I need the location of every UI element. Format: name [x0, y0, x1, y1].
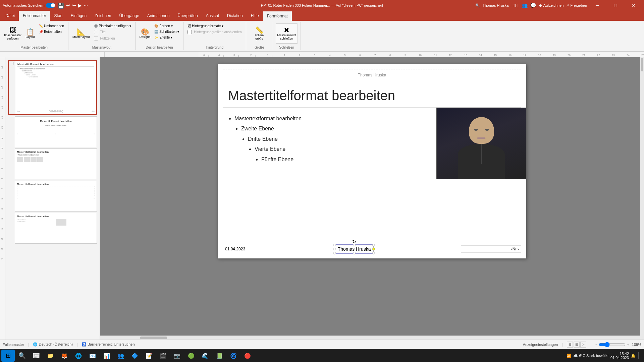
fusszeilen-checkbox[interactable] — [94, 36, 98, 41]
taskbar-powerpoint[interactable]: 📊 — [100, 350, 113, 362]
hscroll-thumb[interactable] — [140, 337, 167, 339]
zoom-minus[interactable]: − — [595, 343, 597, 347]
tab-uebergaenge[interactable]: Übergänge — [115, 11, 143, 21]
titel-checkbox[interactable] — [94, 30, 98, 34]
btn-masterlayout[interactable]: 📐 Masterlayout — [71, 23, 91, 44]
taskbar-app7[interactable]: 📝 — [142, 350, 156, 362]
taskbar-widgets[interactable]: 📰 — [30, 350, 43, 362]
zoom-range[interactable] — [599, 342, 626, 347]
present-icon[interactable]: ▶ — [78, 3, 82, 8]
comments-icon[interactable]: 💬 — [530, 3, 536, 8]
taskbar-app10[interactable]: 🟢 — [184, 350, 198, 362]
taskbar-app6[interactable]: 🔷 — [128, 350, 142, 362]
btn-masteransicht-schliessen[interactable]: ✖ Masteransichtschließen — [276, 23, 298, 44]
zoom-slider[interactable]: − + 109% — [595, 342, 641, 347]
btn-fusszeilen[interactable]: Fußzeilen — [93, 36, 132, 41]
handle-br[interactable] — [372, 252, 375, 254]
taskbar-excel[interactable]: 📗 — [213, 350, 226, 362]
vscrollbar[interactable] — [640, 57, 644, 340]
btn-effekte[interactable]: ✨ Effekte ▾ — [153, 35, 180, 40]
hscrollbar[interactable] — [100, 336, 640, 340]
handle-tm[interactable] — [353, 244, 356, 246]
autosave-switch[interactable] — [46, 3, 55, 8]
btn-designs[interactable]: 🎨 Designs — [138, 23, 152, 44]
tab-animationen[interactable]: Animationen — [143, 11, 174, 21]
handle-bl[interactable] — [333, 252, 336, 254]
status-accessibility[interactable]: ♿ Barrierefreiheit: Untersuchen — [82, 342, 135, 347]
tab-formformat[interactable]: Formformat — [263, 11, 292, 21]
taskbar-edge[interactable]: 🌊 — [199, 350, 212, 362]
slide-thumb-5[interactable]: Mastertitelformat bearbeiten • Zweite Eb… — [15, 213, 97, 244]
autosave-toggle[interactable]: Automatisches Speichern — [3, 3, 55, 8]
handle-bm[interactable] — [353, 252, 356, 254]
vscroll-thumb[interactable] — [641, 58, 643, 71]
btn-hintergrundformate[interactable]: 🖼 Hintergrundformate ▾ — [186, 23, 243, 28]
btn-foliengroesse[interactable]: 📏 Folien-größe — [253, 23, 265, 44]
slide-thumb-1[interactable]: 1 Mastertitelformat bearbeiten • Mastert… — [8, 60, 97, 115]
zoom-plus[interactable]: + — [627, 343, 629, 347]
btn-layout[interactable]: 📋 Layout — [24, 23, 36, 44]
taskbar-clock[interactable]: 15:42 01.04.2023 — [610, 352, 629, 360]
view-reading-btn[interactable]: ▷ — [580, 342, 586, 348]
slide-thumb-4[interactable]: Mastertitelformat bearbeiten □□ — [15, 181, 97, 212]
share-icon[interactable]: 👥 — [522, 3, 528, 8]
tab-dictation[interactable]: Dictation — [223, 11, 247, 21]
taskbar-app14[interactable]: 🔴 — [241, 350, 254, 362]
user-avatar[interactable]: TH — [511, 1, 519, 9]
hintergrundgrafiken-checkbox[interactable] — [187, 30, 192, 34]
slide-thumb-3[interactable]: Mastertitelformat bearbeiten • Mastertit… — [15, 148, 97, 179]
tab-folienmaster[interactable]: Folienmaster — [19, 11, 50, 21]
start-button[interactable]: ⊞ — [1, 350, 15, 362]
taskbar-explorer[interactable]: 📁 — [44, 350, 57, 362]
tab-einfuegen[interactable]: Einfügen — [67, 11, 91, 21]
taskbar-notifications[interactable]: 🔔 — [631, 354, 636, 358]
btn-schriftarten[interactable]: 🔤 Schriftarten ▾ — [153, 29, 180, 34]
slide-thumb-2[interactable]: Mastertitelformat bearbeiten Mastertitel… — [15, 116, 97, 147]
taskbar-show-desktop[interactable] — [638, 352, 640, 359]
tab-zeichnen[interactable]: Zeichnen — [91, 11, 115, 21]
btn-titel[interactable]: Titel — [93, 29, 132, 35]
handle-ml[interactable] — [333, 248, 336, 250]
status-language[interactable]: 🌐 Deutsch (Österreich) — [33, 342, 73, 347]
slide-header-box[interactable]: Thomas Hruska — [223, 69, 521, 81]
undo-icon[interactable]: ↩ — [66, 3, 70, 8]
taskbar-network[interactable]: 📶 — [567, 354, 571, 358]
taskbar-teams[interactable]: 👥 — [114, 350, 127, 362]
taskbar-chrome[interactable]: 🌐 — [72, 350, 85, 362]
tab-start[interactable]: Start — [50, 11, 66, 21]
record-btn[interactable]: ⏺ Aufzeichnen — [539, 3, 564, 7]
zoom-value[interactable]: 109% — [632, 343, 641, 347]
btn-folienmaster-einfuegen[interactable]: 🖼 Folienmastereinfügen — [3, 23, 23, 44]
taskbar-firefox[interactable]: 🦊 — [58, 350, 71, 362]
save-icon[interactable]: 💾 — [57, 2, 64, 9]
view-grid-btn[interactable]: ⊟ — [574, 342, 580, 348]
taskbar-app9[interactable]: 📷 — [170, 350, 184, 362]
btn-platzhalter[interactable]: ➕ Platzhalter einfügen ▾ — [93, 23, 132, 28]
btn-hintergrundgrafiken[interactable]: Hintergrundgrafiken ausblenden — [186, 29, 243, 35]
footer-number[interactable]: ‹Nr.› — [461, 245, 521, 253]
handle-tl[interactable] — [333, 244, 336, 246]
close-button[interactable]: ✕ — [626, 0, 641, 11]
display-settings[interactable]: Anzeigeeinstellungen — [523, 343, 558, 347]
btn-farben[interactable]: 🎨 Farben ▾ — [153, 23, 180, 28]
taskbar-app8[interactable]: 🎬 — [156, 350, 170, 362]
tab-hilfe[interactable]: Hilfe — [247, 11, 263, 21]
btn-beibehalten[interactable]: 📌 Beibehalten — [38, 29, 65, 34]
tab-ansicht[interactable]: Ansicht — [202, 11, 223, 21]
status-view[interactable]: Folienmaster — [3, 343, 24, 347]
handle-tr[interactable] — [372, 244, 375, 246]
more-icon[interactable]: ⋯ — [84, 3, 88, 8]
tab-ueberpruefen[interactable]: Überprüfen — [174, 11, 202, 21]
share-btn[interactable]: ↗ Freigeben — [566, 3, 587, 8]
redo-icon[interactable]: ↪ — [72, 3, 76, 8]
view-normal-btn[interactable]: ⊞ — [567, 342, 573, 348]
tab-datei[interactable]: Datei — [1, 11, 19, 21]
taskbar-app13[interactable]: 🌀 — [227, 350, 240, 362]
minimize-button[interactable]: ─ — [590, 0, 605, 11]
btn-umbenennen[interactable]: ✏️ Umbenennen — [38, 23, 65, 28]
handle-mr[interactable] — [372, 248, 375, 250]
slide-title-box[interactable]: Mastertitelformat bearbeiten — [223, 84, 521, 108]
footer-date[interactable]: 01.04.2023 — [223, 245, 248, 253]
taskbar-outlook[interactable]: 📧 — [86, 350, 99, 362]
maximize-button[interactable]: □ — [608, 0, 623, 11]
